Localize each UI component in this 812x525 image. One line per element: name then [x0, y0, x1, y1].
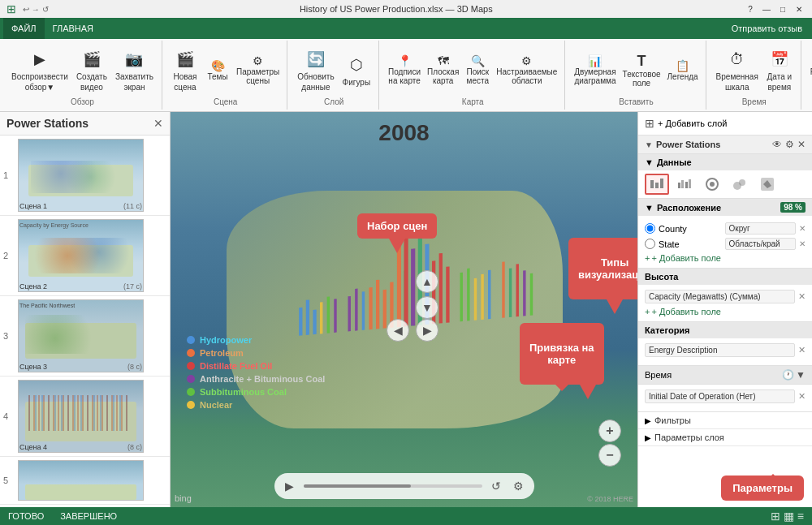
close-button[interactable]: ✕: [793, 2, 806, 15]
time-clock-icon[interactable]: 🕐: [782, 369, 794, 381]
filters-accordion[interactable]: ▶ Фильтры: [638, 412, 812, 429]
send-feedback[interactable]: Отправить отзыв: [725, 22, 809, 35]
layer-eye-icon[interactable]: 👁: [772, 139, 782, 150]
layer-row: ▼ Power Stations 👁 ⚙ ✕: [638, 136, 812, 154]
map-labels-button[interactable]: 📍 Подписи на карте: [386, 54, 423, 86]
timeline-loop-button[interactable]: ↺: [487, 477, 505, 495]
refresh-data-button[interactable]: 🔄 Обновить данные: [294, 46, 337, 93]
svg-rect-17: [481, 274, 483, 320]
viz-bubble[interactable]: [728, 174, 752, 195]
time-field-remove[interactable]: ✕: [798, 391, 806, 402]
add-layer-button[interactable]: ⊞ + Добавить слой: [645, 117, 727, 130]
timeline-track[interactable]: [304, 484, 482, 488]
menu-file[interactable]: ФАЙЛ: [3, 18, 45, 39]
title-bar: ⊞ ↩ → ↺ History of US Power Production.x…: [0, 0, 812, 18]
add-height-field[interactable]: + + Добавить поле: [645, 307, 806, 316]
zoom-controls: + −: [598, 420, 621, 467]
svg-point-44: [710, 182, 715, 187]
nav-up-button[interactable]: ▲: [416, 270, 438, 293]
map-area[interactable]: 2008 Hydropower Petroleum Distillate Fue…: [171, 112, 637, 507]
nav-right-button[interactable]: ▶: [416, 319, 438, 342]
nav-down-button[interactable]: ▼: [416, 296, 438, 319]
menu-home[interactable]: ГЛАВНАЯ: [45, 18, 102, 39]
scene-number-3: 3: [3, 331, 15, 341]
textbox-button[interactable]: T Текстовое поле: [620, 52, 663, 88]
custom-areas-button[interactable]: ⚙ Настраиваемые области: [494, 54, 559, 86]
svg-rect-41: [685, 182, 688, 188]
scenes-header: Power Stations ✕: [0, 112, 170, 136]
timeline-settings-button[interactable]: ⚙: [510, 477, 528, 495]
svg-rect-29: [334, 299, 336, 333]
play-timeline-button[interactable]: ▶: [281, 477, 299, 495]
status-icon-1[interactable]: ⊞: [771, 510, 780, 523]
svg-rect-16: [474, 278, 477, 321]
category-content: Energy Description ✕: [638, 338, 812, 365]
height-field-remove[interactable]: ✕: [798, 291, 806, 302]
shapes-button[interactable]: ⬡ Фигуры: [339, 52, 374, 88]
zoom-out-button[interactable]: −: [598, 444, 621, 467]
data-section-collapse: ▼: [645, 157, 654, 167]
viz-clustered-bar[interactable]: [672, 174, 697, 195]
timeline-button[interactable]: ⏱ Временная шкала: [713, 46, 762, 93]
nav-left-button[interactable]: ◀: [387, 319, 409, 342]
timeline-progress: [304, 484, 411, 488]
themes-button[interactable]: 🎨 Темы: [203, 58, 232, 82]
legend-hydropower: Hydropower: [187, 335, 325, 345]
svg-rect-25: [509, 268, 512, 317]
svg-rect-39: [678, 183, 680, 188]
flat-map-button[interactable]: 🗺 Плоская карта: [425, 54, 461, 86]
scenes-close-button[interactable]: ✕: [153, 117, 163, 130]
scene-item-1[interactable]: 1 Сцена 1 (11 с): [0, 136, 170, 216]
create-video-button[interactable]: 🎬 Создать видео: [73, 46, 110, 93]
layer-collapse-icon[interactable]: ▼: [645, 140, 653, 149]
state-radio[interactable]: [645, 239, 655, 249]
help-button[interactable]: ?: [744, 2, 757, 15]
svg-rect-18: [488, 270, 490, 320]
capture-button[interactable]: 📷 Захватить экран: [112, 46, 157, 93]
minimize-button[interactable]: —: [760, 2, 773, 15]
legend-dot-distillate: [187, 362, 195, 370]
viz-heat-map[interactable]: [700, 174, 724, 195]
scene-item-3[interactable]: 3 The Pacific Northwest Сцена 3 (8 с): [0, 296, 170, 377]
svg-marker-35: [580, 385, 596, 399]
svg-rect-3: [369, 287, 372, 329]
viz-stacked-bar[interactable]: [645, 174, 669, 195]
maximize-button[interactable]: □: [776, 2, 789, 15]
datetime-button[interactable]: 📅 Дата и время: [763, 46, 796, 93]
location-pct: 98 %: [780, 202, 806, 213]
layer-close-icon[interactable]: ✕: [797, 139, 806, 150]
county-radio[interactable]: [645, 223, 655, 234]
search-place-button[interactable]: 🔍 Поиск места: [463, 54, 492, 86]
legend-dot-petroleum: [187, 349, 195, 357]
svg-rect-2: [313, 310, 316, 335]
location-section-header[interactable]: ▼ Расположение 98 %: [638, 199, 812, 216]
state-remove[interactable]: ✕: [799, 239, 806, 248]
scene-item-2[interactable]: 2 Сцена 2 (17 с) Capacity by Energy Sour…: [0, 216, 170, 296]
add-location-field[interactable]: + + Добавить поле: [645, 253, 806, 263]
new-scene-button[interactable]: 🎬 Новая сцена: [169, 46, 201, 93]
scene-item-4[interactable]: 4 Сцена 4 (8 с): [0, 377, 170, 457]
viz-region[interactable]: [755, 174, 780, 195]
svg-rect-10: [439, 253, 443, 324]
insert-group-label: Вставить: [619, 97, 653, 108]
layer-params-expand-icon: ▶: [645, 433, 651, 442]
layer-group-label: Слой: [324, 97, 343, 108]
svg-rect-26: [516, 264, 519, 316]
time-dropdown-icon[interactable]: ▼: [796, 369, 806, 381]
category-field-remove[interactable]: ✕: [798, 345, 806, 355]
review-editor-button[interactable]: 👁 Редактор обзора: [808, 54, 812, 86]
legend-button[interactable]: 📋 Легенда: [665, 58, 701, 82]
legend-dot-hydropower: [187, 336, 195, 344]
county-remove[interactable]: ✕: [799, 224, 806, 233]
data-section-header[interactable]: ▼ Данные: [638, 154, 812, 170]
status-icon-2[interactable]: ▦: [784, 510, 794, 523]
layer-gear-icon[interactable]: ⚙: [785, 139, 794, 150]
status-icon-3[interactable]: ≡: [797, 510, 804, 523]
chart-2d-button[interactable]: 📊 Двумерная диаграмма: [572, 54, 618, 86]
scene-params-button[interactable]: ⚙ Параметры сцены: [234, 54, 282, 86]
play-button[interactable]: ▶ Воспроизвести обзор▼: [8, 46, 71, 93]
year-label: 2008: [378, 120, 429, 146]
scene-item-5[interactable]: 5: [0, 457, 170, 505]
layer-params-accordion[interactable]: ▶ Параметры слоя: [638, 429, 812, 446]
zoom-in-button[interactable]: +: [598, 420, 621, 442]
